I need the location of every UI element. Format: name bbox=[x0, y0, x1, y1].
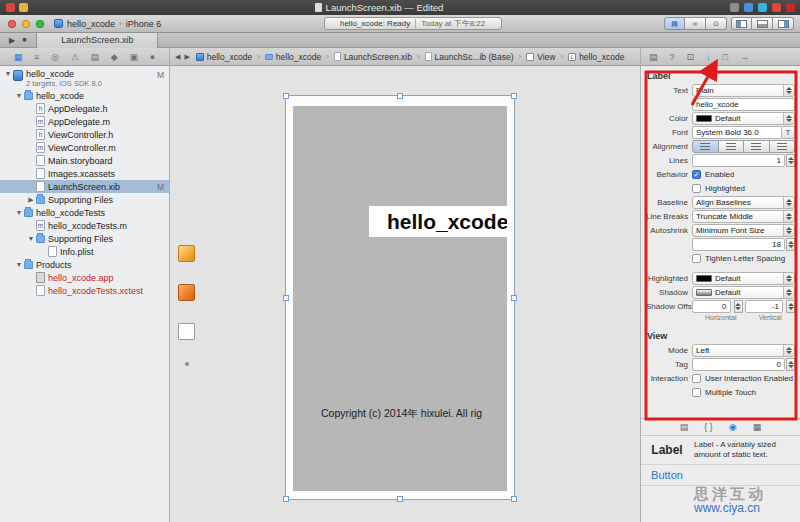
canvas-copyright-label[interactable]: Copyright (c) 2014年 hixulei. All rig bbox=[321, 407, 507, 421]
resize-handle[interactable] bbox=[397, 93, 403, 99]
resize-handle[interactable] bbox=[397, 496, 403, 502]
user-interaction-enabled-checkbox[interactable] bbox=[692, 374, 701, 383]
resize-handle[interactable] bbox=[511, 496, 517, 502]
media-library-icon[interactable]: ▦ bbox=[753, 422, 762, 432]
tree-row-file[interactable]: m hello_xcodeTests.m bbox=[0, 219, 169, 232]
code-snippet-library-icon[interactable]: { } bbox=[704, 422, 713, 432]
standard-editor-button[interactable]: ▤ bbox=[664, 17, 685, 30]
tag-stepper[interactable] bbox=[786, 358, 795, 371]
tree-row-file[interactable]: Images.xcassets bbox=[0, 167, 169, 180]
menubar-status-icon[interactable] bbox=[730, 3, 739, 12]
scheme-selector[interactable]: hello_xcode › iPhone 6 bbox=[54, 19, 161, 29]
tree-row-file[interactable]: Main.storyboard bbox=[0, 154, 169, 167]
menubar-app-icon-red[interactable] bbox=[6, 3, 15, 12]
tree-row-file[interactable]: m AppDelegate.m bbox=[0, 115, 169, 128]
symbol-navigator-icon[interactable]: ≡ bbox=[34, 52, 39, 62]
disclosure-open-icon[interactable]: ▼ bbox=[4, 70, 12, 77]
outline-toggle-dot[interactable] bbox=[185, 362, 189, 366]
color-popup[interactable]: Default bbox=[692, 112, 795, 125]
xib-view[interactable]: hello_xcode Copyright (c) 2014年 hixulei.… bbox=[285, 95, 515, 500]
text-type-popup[interactable]: Plain bbox=[692, 84, 795, 97]
menubar-status-icon[interactable] bbox=[758, 3, 767, 12]
tree-row-file-selected[interactable]: LaunchScreen.xib M bbox=[0, 180, 169, 193]
resize-handle[interactable] bbox=[511, 295, 517, 301]
shadow-color-popup[interactable]: Default bbox=[692, 286, 795, 299]
view-background[interactable]: hello_xcode Copyright (c) 2014年 hixulei.… bbox=[293, 106, 507, 491]
minimum-font-size-field[interactable]: 18 bbox=[692, 238, 785, 251]
tree-row-file[interactable]: Info.plist bbox=[0, 245, 169, 258]
issue-navigator-icon[interactable]: ⚠ bbox=[71, 52, 79, 62]
stop-button[interactable]: ■ bbox=[22, 36, 26, 45]
files-owner-icon[interactable] bbox=[178, 245, 195, 262]
back-button[interactable]: ◀ bbox=[175, 53, 180, 61]
breadcrumb-item[interactable]: hello_xcode bbox=[196, 52, 252, 62]
enabled-checkbox[interactable] bbox=[692, 170, 701, 179]
file-inspector-icon[interactable]: ▤ bbox=[649, 52, 658, 62]
tree-row-group[interactable]: ▶ Supporting Files bbox=[0, 193, 169, 206]
shadow-offset-vertical-stepper[interactable] bbox=[786, 300, 795, 313]
connections-inspector-icon[interactable]: → bbox=[740, 52, 749, 62]
identity-inspector-icon[interactable]: ⊡ bbox=[687, 52, 695, 62]
shadow-offset-vertical-field[interactable]: -1 bbox=[745, 300, 784, 313]
disclosure-open-icon[interactable]: ▼ bbox=[27, 235, 35, 242]
log-navigator-icon[interactable]: ● bbox=[150, 52, 155, 62]
breadcrumb-item[interactable]: LaunchScreen.xib bbox=[334, 52, 412, 62]
toggle-utilities-button[interactable] bbox=[773, 17, 794, 30]
multiple-touch-checkbox[interactable] bbox=[692, 388, 701, 397]
close-window-button[interactable] bbox=[8, 20, 16, 28]
tree-row-product[interactable]: hello_xcodeTests.xctest bbox=[0, 284, 169, 297]
tree-row-file[interactable]: h ViewController.h bbox=[0, 128, 169, 141]
disclosure-open-icon[interactable]: ▼ bbox=[15, 92, 23, 99]
font-field[interactable]: System Bold 36.0 bbox=[692, 126, 782, 139]
tree-row-group[interactable]: ▼ Products bbox=[0, 258, 169, 271]
align-justify-segment[interactable] bbox=[770, 140, 796, 153]
canvas-label[interactable]: hello_xcode bbox=[369, 206, 507, 237]
breakpoint-navigator-icon[interactable]: ▣ bbox=[129, 52, 138, 62]
file-template-library-icon[interactable]: ▤ bbox=[680, 422, 689, 432]
highlighted-color-popup[interactable]: Default bbox=[692, 272, 795, 285]
baseline-popup[interactable]: Align Baselines bbox=[692, 196, 795, 209]
shadow-offset-horizontal-field[interactable]: 0 bbox=[692, 300, 731, 313]
minimize-window-button[interactable] bbox=[22, 20, 30, 28]
tag-field[interactable]: 0 bbox=[692, 358, 785, 371]
tree-row-group[interactable]: ▼ Supporting Files bbox=[0, 232, 169, 245]
first-responder-icon[interactable] bbox=[178, 284, 195, 301]
align-left-segment[interactable] bbox=[692, 140, 719, 153]
attributes-inspector-icon[interactable]: ↓ bbox=[706, 52, 711, 62]
resize-handle[interactable] bbox=[283, 295, 289, 301]
minimum-font-size-stepper[interactable] bbox=[786, 238, 795, 251]
text-value-field[interactable]: hello_xcode bbox=[692, 98, 795, 111]
version-editor-button[interactable]: ⊙ bbox=[706, 17, 727, 30]
size-inspector-icon[interactable]: □ bbox=[723, 52, 728, 62]
disclosure-open-icon[interactable]: ▼ bbox=[15, 209, 23, 216]
tighten-letter-spacing-checkbox[interactable] bbox=[692, 254, 701, 263]
tree-row-project[interactable]: ▼ hello_xcode 2 targets, iOS SDK 8.0 M bbox=[0, 69, 169, 89]
autoshrink-popup[interactable]: Minimum Font Size bbox=[692, 224, 795, 237]
menubar-app-icon-yellow[interactable] bbox=[19, 3, 28, 12]
resize-handle[interactable] bbox=[511, 93, 517, 99]
project-navigator-icon[interactable]: ▦ bbox=[14, 52, 23, 62]
breadcrumb-item[interactable]: View bbox=[526, 52, 555, 62]
shadow-offset-horizontal-stepper[interactable] bbox=[734, 300, 743, 313]
toggle-navigator-button[interactable] bbox=[731, 17, 752, 30]
scheme-device[interactable]: iPhone 6 bbox=[126, 19, 162, 29]
resize-handle[interactable] bbox=[283, 93, 289, 99]
debug-navigator-icon[interactable]: ◆ bbox=[111, 52, 118, 62]
test-navigator-icon[interactable]: ▤ bbox=[91, 52, 100, 62]
tree-row-group[interactable]: ▼ hello_xcodeTests bbox=[0, 206, 169, 219]
tab-launchscreen[interactable]: LaunchScreen.xib bbox=[36, 33, 158, 48]
resize-handle[interactable] bbox=[283, 496, 289, 502]
tree-row-file[interactable]: m ViewController.m bbox=[0, 141, 169, 154]
breadcrumb-item[interactable]: L hello_xcode bbox=[568, 52, 624, 62]
tree-row-group[interactable]: ▼ hello_xcode bbox=[0, 89, 169, 102]
tree-row-file[interactable]: h AppDelegate.h bbox=[0, 102, 169, 115]
breadcrumb-item[interactable]: hello_xcode bbox=[265, 52, 321, 62]
breadcrumb-item[interactable]: LaunchSc...ib (Base) bbox=[425, 52, 514, 62]
toggle-debug-area-button[interactable] bbox=[752, 17, 773, 30]
align-right-segment[interactable] bbox=[744, 140, 770, 153]
menubar-status-icon[interactable] bbox=[786, 3, 795, 12]
tree-row-product[interactable]: hello_xcode.app bbox=[0, 271, 169, 284]
library-item-label[interactable]: Label Label - A variably sized amount of… bbox=[641, 436, 800, 465]
find-navigator-icon[interactable]: ◎ bbox=[51, 52, 59, 62]
mode-popup[interactable]: Left bbox=[692, 344, 795, 357]
